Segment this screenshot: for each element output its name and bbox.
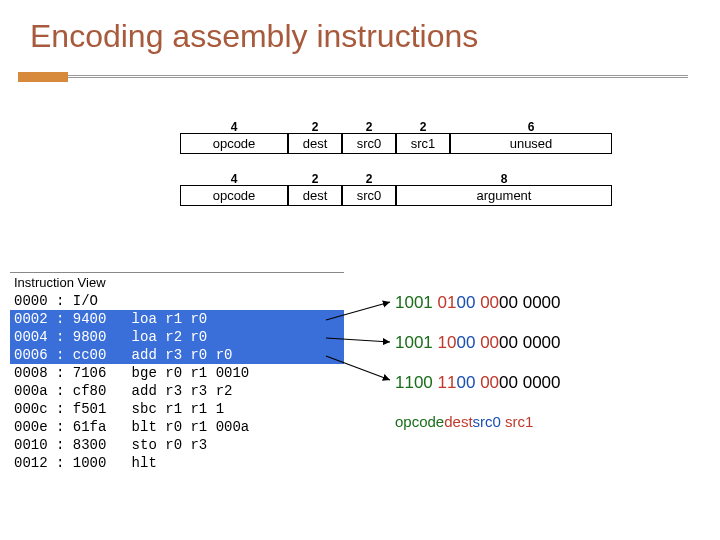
field2-arg: argument <box>396 185 612 206</box>
binary-legend: opcodedestsrc0 src1 <box>395 412 561 432</box>
instruction-view-panel: Instruction View 0000 : I/O 0002 : 9400 … <box>10 272 344 472</box>
encoding-formats: 4 2 2 2 6 opcode dest src0 src1 unused 4… <box>180 120 612 206</box>
bits2-dest: 2 <box>288 172 342 186</box>
instruction-row: 0010 : 8300 sto r0 r3 <box>10 436 344 454</box>
legend-dest: dest <box>444 413 472 430</box>
binary-row: 1100 1100 0000 0000 <box>395 372 561 394</box>
instruction-row: 0006 : cc00 add r3 r0 r0 <box>10 346 344 364</box>
binary-breakdown: 1001 0100 0000 00001001 1000 0000 000011… <box>395 292 561 432</box>
bits2-opcode: 4 <box>180 172 288 186</box>
binary-row: 1001 1000 0000 0000 <box>395 332 561 354</box>
field-dest: dest <box>288 133 342 154</box>
bits-src1: 2 <box>396 120 450 134</box>
instruction-row: 0008 : 7106 bge r0 r1 0010 <box>10 364 344 382</box>
instruction-row: 000e : 61fa blt r0 r1 000a <box>10 418 344 436</box>
instruction-row: 0012 : 1000 hlt <box>10 454 344 472</box>
field2-dest: dest <box>288 185 342 206</box>
field-src1: src1 <box>396 133 450 154</box>
binary-row: 1001 0100 0000 0000 <box>395 292 561 314</box>
instruction-view-header: Instruction View <box>10 273 344 292</box>
slide-title: Encoding assembly instructions <box>0 0 720 55</box>
field2-opcode: opcode <box>180 185 288 206</box>
field-opcode: opcode <box>180 133 288 154</box>
accent-bar <box>0 72 720 82</box>
instruction-row: 0000 : I/O <box>10 292 344 310</box>
bits2-src0: 2 <box>342 172 396 186</box>
legend-src1: src1 <box>505 413 533 430</box>
bits2-arg: 8 <box>396 172 612 186</box>
instruction-row: 0002 : 9400 loa r1 r0 <box>10 310 344 328</box>
bits-unused: 6 <box>450 120 612 134</box>
legend-src0: src0 <box>473 413 501 430</box>
legend-opcode: opcode <box>395 413 444 430</box>
instruction-row: 0004 : 9800 loa r2 r0 <box>10 328 344 346</box>
instruction-row: 000a : cf80 add r3 r3 r2 <box>10 382 344 400</box>
bits-dest: 2 <box>288 120 342 134</box>
instruction-row: 000c : f501 sbc r1 r1 1 <box>10 400 344 418</box>
bits-src0: 2 <box>342 120 396 134</box>
field2-src0: src0 <box>342 185 396 206</box>
bits-opcode: 4 <box>180 120 288 134</box>
field-unused: unused <box>450 133 612 154</box>
field-src0: src0 <box>342 133 396 154</box>
